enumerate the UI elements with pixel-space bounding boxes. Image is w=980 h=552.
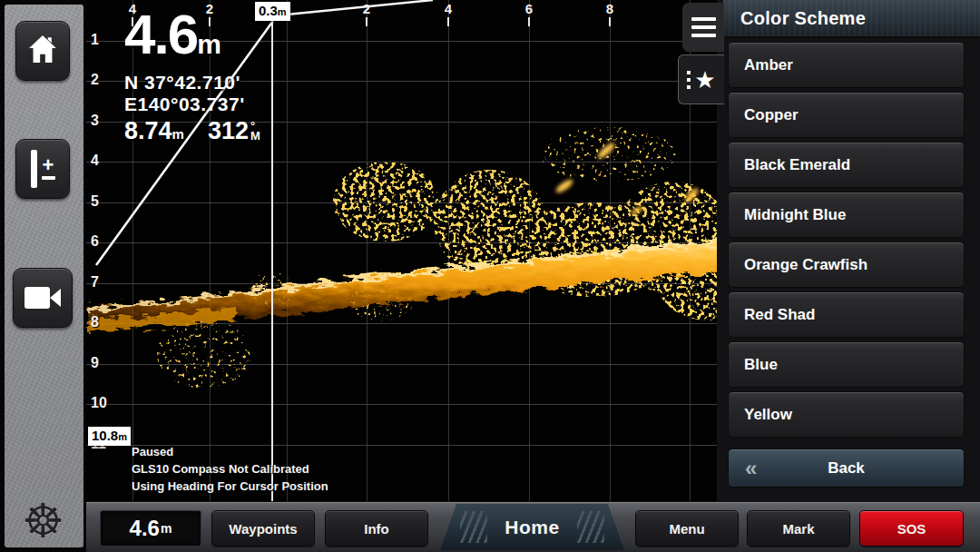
home-stripes-right-icon [577,511,604,543]
menu-item-orange-crawfish[interactable]: Orange Crawfish [728,242,965,288]
chartplotter-screen: + ☸ [0,0,980,552]
home-icon [25,33,60,69]
left-sidebar: + ☸ [0,0,86,552]
depth-scale-label: 1 [91,32,99,48]
depth-scale-label: 3 [91,113,99,129]
menu-item-list: AmberCopperBlack EmeraldMidnight BlueOra… [728,42,965,488]
range-plus-minus-icon: + [31,150,55,188]
video-camera-icon [24,287,61,309]
back-button[interactable]: «Back [728,448,965,488]
menu-tab-button[interactable] [682,3,724,52]
bottom-depth-badge: 10.8m [88,427,131,446]
menu-item-amber[interactable]: Amber [728,42,965,88]
sonar-data-overlay: 4.6m N 37°42.710' E140°03.737' 8.74m312°… [124,7,260,150]
top-scale-tick: 6 [525,1,533,16]
depth-scale-label: 4 [91,153,99,169]
top-scale-tick: 8 [606,1,613,16]
mark-button[interactable]: Mark [747,510,850,547]
menu-item-red-shad[interactable]: Red Shad [728,291,965,338]
status-message: Using Heading For Cursor Position [132,478,328,495]
depth-scale-label: 9 [91,355,99,371]
top-scale-tick: 2 [363,1,370,16]
back-chevrons-icon: « [745,459,757,478]
status-message: Paused [132,443,328,460]
menu-item-black-emerald[interactable]: Black Emerald [728,142,965,188]
depth-scale-label: 2 [91,72,99,88]
cursor-vertical-line [271,20,273,501]
favorites-tab-button[interactable]: ★ [678,54,724,104]
depth-scale-label: 7 [91,274,99,291]
depth-scale-label: 5 [91,193,99,210]
sonar-display[interactable]: 422468 1234567891011 4.6m N 37°42.710' E… [86,0,723,501]
top-scale-tick-mark [366,17,368,26]
menu-item-copper[interactable]: Copper [728,92,965,138]
depth-scale-label: 8 [91,314,99,330]
status-messages: PausedGLS10 Compass Not CalibratedUsing … [132,443,328,495]
color-scheme-menu: Color Scheme AmberCopperBlack EmeraldMid… [717,0,980,501]
video-button[interactable] [13,268,73,328]
bottom-toolbar: 4.6m Waypoints Info Home Menu Mark SOS [86,501,980,552]
list-dots-icon [687,71,691,89]
top-scale-tick-mark [609,17,611,26]
status-message: GLS10 Compass Not Calibrated [132,460,328,478]
latitude-readout: N 37°42.710' [124,72,260,94]
menu-title: Color Scheme [723,0,980,38]
cursor-distance-badge: 0.3m [255,2,290,21]
home-shortcut-button[interactable] [15,21,70,81]
waypoints-button[interactable]: Waypoints [211,510,315,547]
depth-scale-label: 10 [91,395,107,411]
menu-item-yellow[interactable]: Yellow [728,391,965,438]
range-adjust-button[interactable]: + [15,139,70,199]
menu-item-midnight-blue[interactable]: Midnight Blue [728,192,965,238]
home-stripes-left-icon [460,511,487,543]
top-scale-tick: 4 [445,1,452,16]
home-button[interactable]: Home [440,504,624,550]
menu-button[interactable]: Menu [635,510,739,547]
depth-field-button[interactable]: 4.6m [100,510,201,547]
cursor-depth-bearing-readout: 8.74m312°M [124,117,260,150]
depth-readout: 4.6m [124,7,260,72]
top-scale-tick-mark [528,17,530,26]
depth-scale-label: 6 [91,233,99,250]
longitude-readout: E140°03.737' [124,94,260,115]
favorites-star-icon: ★ [694,68,715,92]
info-button[interactable]: Info [325,510,428,547]
ships-wheel-icon: ☸ [0,498,86,545]
sos-button[interactable]: SOS [859,510,964,547]
hamburger-menu-icon [691,17,716,37]
menu-item-blue[interactable]: Blue [728,341,965,388]
top-scale-tick-mark [447,17,449,26]
